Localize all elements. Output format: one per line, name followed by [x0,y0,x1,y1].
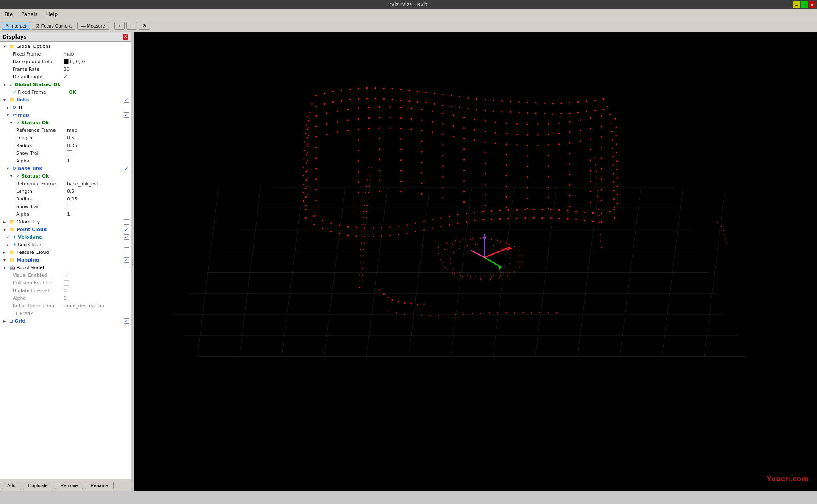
add-icon-button[interactable]: + [114,22,125,30]
tree-row[interactable]: ▾ 📁 Global Options [0,42,131,50]
tree-row[interactable]: Alpha 1 [0,294,131,302]
tree-row[interactable]: ▾ ✦ Velodyne [0,233,131,241]
tree-row[interactable]: ▸ ⊞ Grid [0,317,131,325]
menu-help[interactable]: Help [44,11,60,18]
expander-icon[interactable]: ▾ [3,82,9,87]
svg-rect-207 [522,256,523,256]
expander-icon[interactable]: ▸ [3,319,9,323]
tree-row[interactable]: ✓ Fixed Frame OK [0,88,131,96]
tree-row[interactable]: ▾ ✓ Global Status: Ok [0,81,131,88]
tree-row[interactable]: Alpha 1 [0,157,131,164]
tree-row[interactable]: Background Color 0; 0; 0 [0,58,131,65]
expander-icon[interactable]: ▾ [10,174,16,178]
tree-checkbox[interactable] [124,318,129,324]
expander-icon[interactable]: ▾ [3,265,9,270]
svg-rect-389 [326,113,327,114]
svg-rect-526 [590,181,591,182]
tree-checkbox[interactable] [124,227,129,232]
expander-icon[interactable]: ▾ [3,97,9,102]
maximize-button[interactable]: □ [801,1,808,8]
svg-rect-183 [508,218,509,219]
tree-row[interactable]: ▾ ⟳ map [0,111,131,119]
tree-checkbox[interactable] [124,250,129,255]
tree-checkbox[interactable] [124,112,129,118]
tree-row[interactable]: ▾ ✓ Status: Ok [0,119,131,126]
tree-row[interactable]: Reference Frame base_link_est [0,180,131,187]
tree-checkbox[interactable] [124,257,129,263]
tree-checkbox[interactable] [64,273,69,278]
expander-icon[interactable]: ▾ [7,235,13,239]
tree-checkbox[interactable] [67,204,72,209]
expander-icon[interactable]: ▾ [7,113,13,117]
tree-row[interactable]: Alpha 1 [0,210,131,218]
tree-row[interactable]: Collision Enabled [0,279,131,287]
tree-row[interactable]: Reference Frame map [0,126,131,134]
expander-icon[interactable]: ▸ [7,105,13,110]
svg-rect-85 [544,113,545,114]
menu-panels[interactable]: Panels [19,11,40,18]
settings-icon-button[interactable]: ⊙ [139,22,150,30]
tree-row[interactable]: Show Trail [0,203,131,210]
tree-checkbox[interactable] [124,265,129,270]
remove-icon-button[interactable]: − [126,22,137,30]
tree-row[interactable]: ▾ 🤖 RobotModel [0,264,131,271]
add-button[interactable]: Add [2,482,21,489]
expander-icon[interactable]: ▾ [3,44,9,49]
svg-rect-356 [597,184,597,184]
close-displays-button[interactable]: ✕ [123,34,128,40]
tree-checkbox[interactable] [67,150,72,156]
tree-checkbox[interactable] [124,97,129,103]
tree-row[interactable]: ▾ ✓ Status: Ok [0,172,131,180]
tree-row[interactable]: ▾ 📁 links [0,96,131,103]
remove-button[interactable]: Remove [55,482,83,489]
svg-rect-381 [506,312,507,313]
expander-icon[interactable]: ▸ [3,250,9,255]
tree-checkbox[interactable] [124,242,129,248]
tree-row[interactable]: ▸ ✦ Reg Cloud [0,241,131,248]
rename-button[interactable]: Rename [85,482,114,489]
tree-checkbox[interactable] [124,219,129,225]
close-button[interactable]: ✕ [809,1,815,8]
expander-icon[interactable]: ▸ [3,220,9,224]
svg-rect-151 [558,209,560,211]
3d-viewport[interactable]: Yuuen.com [134,32,817,491]
menu-file[interactable]: File [2,11,15,18]
tree-checkbox[interactable] [124,234,129,240]
check-icon: ✓ [9,82,13,87]
expander-icon[interactable]: ▾ [7,166,13,171]
expander-icon[interactable]: ▾ [3,258,9,262]
minimize-button[interactable]: – [793,1,800,8]
expander-icon[interactable]: ▸ [7,242,13,247]
tree-row[interactable]: Show Trail [0,149,131,157]
tree-row[interactable]: ▾ ⟳ base_link [0,164,131,172]
tree-row[interactable]: Robot Description robot_description [0,302,131,309]
tree-row[interactable]: Update Interval 0 [0,287,131,294]
expander-icon[interactable]: ▾ [10,120,16,125]
tree-row[interactable]: Fixed Frame map [0,50,131,58]
tree-row[interactable]: ▸ ⟳ TF [0,103,131,111]
tree-row[interactable]: Frame Rate 30 [0,65,131,73]
tree-checkbox[interactable] [124,166,129,171]
tree-row[interactable]: Visual Enabled [0,271,131,279]
tree-row[interactable]: ▾ 📁 Mapping [0,256,131,264]
svg-rect-52 [560,103,562,104]
tree-row[interactable]: Length 0.5 [0,134,131,142]
duplicate-button[interactable]: Duplicate [23,482,53,489]
tree-row[interactable]: ▾ 📁 Point Cloud [0,226,131,233]
tree-row[interactable]: TF Prefix [0,309,131,317]
tree-container[interactable]: ▾ 📁 Global Options Fixed Frame map Backg… [0,42,131,479]
tree-row[interactable]: Length 0.5 [0,187,131,195]
measure-button[interactable]: — Measure [77,22,109,30]
tree-row[interactable]: Default Light ✓ [0,73,131,81]
interact-button[interactable]: ↖ Interact [2,22,30,30]
tree-row[interactable]: Radius 0.05 [0,142,131,149]
tree-checkbox[interactable] [64,280,69,286]
expander-icon[interactable]: ▾ [3,227,9,232]
tree-row[interactable]: ▸ 📁 Feature Cloud [0,248,131,256]
tree-row[interactable]: Radius 0.05 [0,195,131,203]
svg-rect-179 [474,220,475,221]
tree-row[interactable]: ▸ 📁 Odometry [0,218,131,226]
tree-checkbox[interactable] [124,105,129,110]
focus-camera-button[interactable]: ◎ Focus Camera [32,22,75,30]
svg-rect-350 [362,281,363,281]
